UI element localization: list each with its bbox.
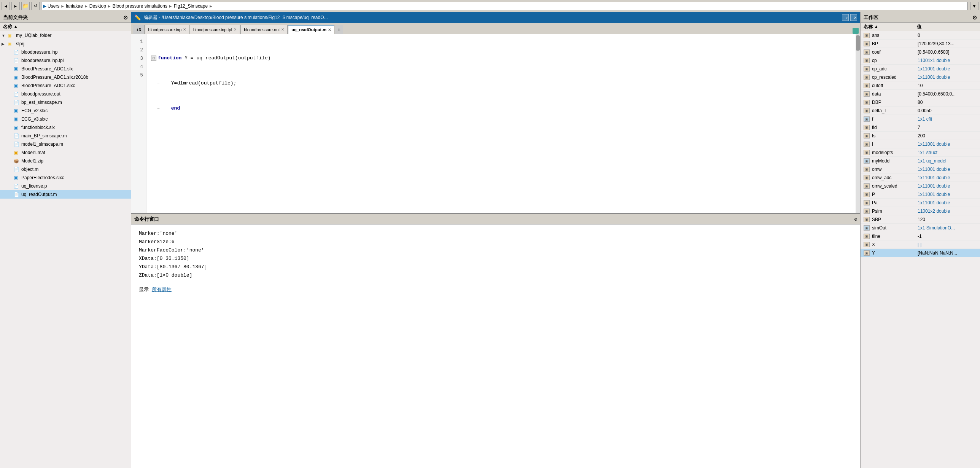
var-icon-p: ▣ xyxy=(864,192,870,197)
workspace-item-sbp[interactable]: ▣ SBP 120 xyxy=(861,215,980,224)
sidebar-item-mainbp[interactable]: 📄 main_BP_simscape.m xyxy=(0,132,131,140)
sidebar-item-slprj[interactable]: ▶ ▣ slprj xyxy=(0,40,131,48)
sidebar-item-model1sim[interactable]: 📄 model1_simscape.m xyxy=(0,140,131,148)
workspace-item-cpadc[interactable]: ▣ cp_adc 1x11001 double xyxy=(861,65,980,73)
var-icon-f: ▣ xyxy=(864,116,870,122)
workspace-item-omw[interactable]: ▣ omw 1x11001 double xyxy=(861,165,980,174)
var-value-fs: 200 xyxy=(918,133,977,138)
sidebar-item-ecgv2[interactable]: ▣ ECG_v2.slxc xyxy=(0,107,131,115)
var-name-fid: fid xyxy=(872,125,918,130)
sidebar-item-uqlicense[interactable]: 📄 uq_license.p xyxy=(0,182,131,190)
sidebar-item-paperelectrodes[interactable]: ▣ PaperElectrodes.slxc xyxy=(0,174,131,182)
sidebar-item-adc1slxc[interactable]: ▣ BloodPressure_ADC1.slxc xyxy=(0,81,131,90)
path-dropdown-button[interactable]: ▼ xyxy=(970,2,978,10)
var-value-tline: -1 xyxy=(918,234,977,239)
tab-bloodpressure-inp[interactable]: bloodpressure.inp ✕ xyxy=(145,25,189,34)
file-icon-paperelectrodes: ▣ xyxy=(14,175,21,180)
sidebar-item-model1zip[interactable]: 📦 Model1.zip xyxy=(0,157,131,165)
workspace-item-cprescaled[interactable]: ▣ cp_rescaled 1x11001 double xyxy=(861,73,980,81)
var-icon-omwadc: ▣ xyxy=(864,175,870,180)
tab-bloodpressure-inp-close[interactable]: ✕ xyxy=(183,27,186,32)
forward-button[interactable]: ► xyxy=(11,2,20,10)
workspace-item-deltat[interactable]: ▣ delta_T 0.0050 xyxy=(861,107,980,115)
sidebar: 当前文件夹 ⊙ 名称 ▲ ▼ ▣ my_UQlab_folder ▶ ▣ slp… xyxy=(0,12,131,468)
sidebar-item-uqreadoutput[interactable]: 📄 uq_readOutput.m xyxy=(0,190,131,199)
sidebar-item-functionblock[interactable]: ▣ functionblock.slx xyxy=(0,123,131,132)
var-value-omwadc: 1x11001 double xyxy=(918,175,977,180)
tab-more[interactable]: +3 xyxy=(133,25,145,34)
editor-scrollbar[interactable] xyxy=(856,34,860,213)
refresh-button[interactable]: ↺ xyxy=(31,2,40,10)
var-name-p: P xyxy=(872,192,918,197)
workspace-item-x[interactable]: ▣ X [ ] xyxy=(861,240,980,249)
sidebar-item-ecgv3[interactable]: ▣ ECG_v3.slxc xyxy=(0,115,131,123)
sidebar-icon: ⊙ xyxy=(123,14,128,21)
tab-blooodpressure-out-close[interactable]: ✕ xyxy=(281,27,284,32)
tab-bloodpressure-inptpl[interactable]: bloodpressure.inp.tpl ✕ xyxy=(190,25,240,34)
sidebar-label-ecgv3: ECG_v3.slxc xyxy=(21,116,48,122)
workspace-item-fs[interactable]: ▣ fs 200 xyxy=(861,132,980,140)
workspace-item-i[interactable]: ▣ i 1x11001 double xyxy=(861,140,980,148)
var-icon-simout: ▣ xyxy=(864,225,870,231)
cmd-content[interactable]: Marker: 'none' MarkerSize: 6 MarkerFaceC… xyxy=(131,224,860,468)
var-name-dbp: DBP xyxy=(872,100,918,105)
file-icon-model1mat: ▣ xyxy=(14,150,21,155)
cmd-display-space xyxy=(149,287,152,293)
tab-uqreadoutput[interactable]: uq_readOutput.m ✕ xyxy=(288,25,334,34)
code-line-3: – end xyxy=(151,104,851,113)
workspace-item-modelopts[interactable]: ▣ modelopts 1x1 struct xyxy=(861,148,980,157)
expand-arrow-slprj: ▶ xyxy=(2,42,8,46)
workspace-item-cp[interactable]: ▣ cp 11001x1 double xyxy=(861,56,980,65)
workspace-item-tline[interactable]: ▣ tline -1 xyxy=(861,232,980,240)
sidebar-item-adc1slx[interactable]: ▣ BloodPressure_ADC1.slx xyxy=(0,65,131,73)
editor-area[interactable]: 1 2 3 4 5 □ function Y = uq_readOutput(o… xyxy=(131,34,860,213)
workspace-item-bp[interactable]: ▣ BP [120.6239,80.13... xyxy=(861,40,980,48)
workspace-item-y[interactable]: ▣ Y [NaN;NaN;NaN;N... xyxy=(861,249,980,257)
back-button[interactable]: ◄ xyxy=(2,2,10,10)
folder-up-button[interactable]: 📁 xyxy=(21,2,30,10)
cmd-title: 命令行窗口 xyxy=(134,216,159,223)
sidebar-item-model1mat[interactable]: ▣ Model1.mat xyxy=(0,148,131,157)
cmd-line-markersize: MarkerSize: 6 xyxy=(139,237,853,246)
sidebar-item-adc1slxr2018[interactable]: ▣ BloodPressure_ADC1.slx.r2018b xyxy=(0,73,131,81)
workspace-item-omwscaled[interactable]: ▣ omw_scaled 1x11001 double xyxy=(861,182,980,190)
cmd-line-ydata: YData: [80.1367 80.1367] xyxy=(139,263,853,271)
workspace-item-psim[interactable]: ▣ Psim 11001x2 double xyxy=(861,207,980,215)
workspace-item-ans[interactable]: ▣ ans 0 xyxy=(861,31,980,40)
var-name-psim: Psim xyxy=(872,209,918,214)
sidebar-item-object[interactable]: 📄 object.m xyxy=(0,165,131,174)
var-name-cutoff: cutoff xyxy=(872,83,918,88)
workspace-item-data[interactable]: ▣ data [0.5400;0.6500;0... xyxy=(861,90,980,98)
path-sep-5: ► xyxy=(209,4,213,8)
tab-uqreadoutput-close[interactable]: ✕ xyxy=(328,28,331,32)
tab-bloodpressure-inptpl-close[interactable]: ✕ xyxy=(234,27,237,32)
path-bar: ▶ Users ► laniakae ► Desktop ► Blood pre… xyxy=(41,2,968,10)
sidebar-item-blooodpressureout[interactable]: 📄 blooodpressure.out xyxy=(0,90,131,98)
workspace-item-dbp[interactable]: ▣ DBP 80 xyxy=(861,98,980,107)
workspace-item-f[interactable]: ▣ f 1x1 cfit xyxy=(861,115,980,123)
sidebar-item-bloodpressure-inptpl[interactable]: 📄 bloodpressure.inp.tpl xyxy=(0,56,131,65)
workspace-item-pa[interactable]: ▣ Pa 1x11001 double xyxy=(861,199,980,207)
workspace-item-p[interactable]: ▣ P 1x11001 double xyxy=(861,190,980,199)
workspace-item-fid[interactable]: ▣ fid 7 xyxy=(861,123,980,132)
sidebar-item-bloodpressure-inp[interactable]: 📄 bloodpressure.inp xyxy=(0,48,131,56)
var-name-tline: tline xyxy=(872,234,918,239)
code-collapse-box[interactable]: □ xyxy=(151,56,156,61)
tab-add[interactable]: + xyxy=(335,25,343,34)
file-icon-adc1slx: ▣ xyxy=(14,66,21,72)
folder-icon-slprj: ▣ xyxy=(8,41,14,46)
code-content[interactable]: □ function Y = uq_readOutput(outputfile)… xyxy=(146,34,856,213)
cmd-display-link[interactable]: 所有属性 xyxy=(152,286,172,293)
editor-scrollbar-thumb[interactable] xyxy=(856,35,860,51)
workspace-item-omwadc[interactable]: ▣ omw_adc 1x11001 double xyxy=(861,174,980,182)
editor-minimize-btn[interactable]: ○ xyxy=(842,14,849,21)
workspace-item-coef[interactable]: ▣ coef [0.5400,0.6500] xyxy=(861,48,980,56)
sidebar-item-bpest[interactable]: 📄 bp_est_simscape.m xyxy=(0,98,131,107)
sidebar-item-myuqlab[interactable]: ▼ ▣ my_UQlab_folder xyxy=(0,31,131,40)
workspace-item-cutoff[interactable]: ▣ cutoff 10 xyxy=(861,81,980,90)
tab-blooodpressure-out[interactable]: blooodpressure.out ✕ xyxy=(240,25,288,34)
editor-icon: ✏️ xyxy=(134,14,141,21)
editor-close-btn[interactable]: ✕ xyxy=(850,14,857,21)
workspace-item-simout[interactable]: ▣ simOut 1x1 SimulationO... xyxy=(861,224,980,232)
workspace-item-mymodel[interactable]: ▣ myModel 1x1 uq_model xyxy=(861,157,980,165)
